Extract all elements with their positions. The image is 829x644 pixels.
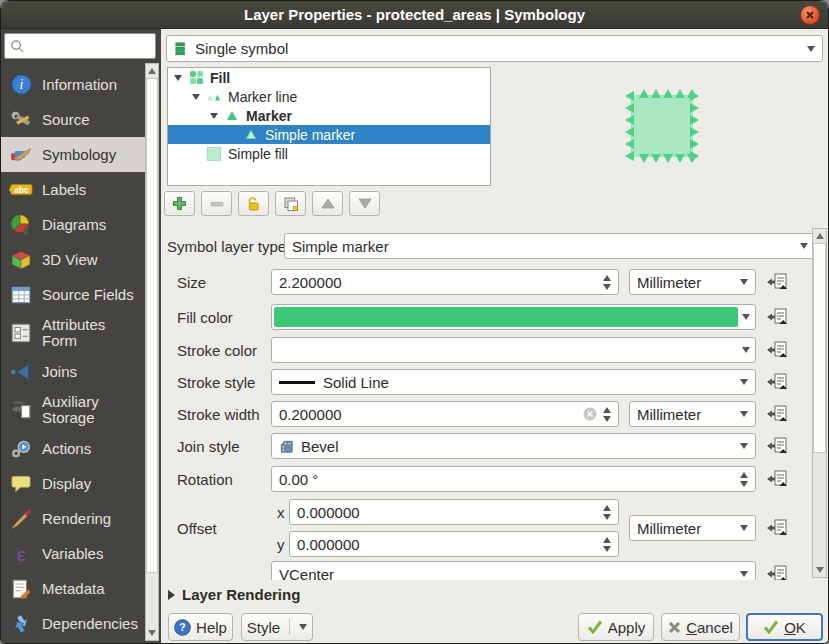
chevron-down-icon — [807, 46, 815, 52]
help-button[interactable]: ? Help — [168, 613, 233, 641]
sidebar-item-diagrams[interactable]: Diagrams — [1, 207, 146, 242]
anchor-override-button[interactable] — [763, 562, 791, 580]
renderer-type-combo[interactable]: Single symbol — [166, 35, 823, 62]
data-defined-override-icon — [765, 469, 789, 490]
stroke-style-combo[interactable]: Solid Line — [271, 369, 756, 395]
sidebar-item-auxiliary-storage[interactable]: Auxiliary Storage — [1, 389, 146, 431]
svg-text:ε: ε — [17, 543, 26, 564]
offset-x-spinbox[interactable]: 0.000000 — [289, 499, 619, 525]
offset-override-button[interactable] — [763, 516, 791, 540]
sidebar-item-source[interactable]: Source — [1, 102, 146, 137]
size-override-button[interactable] — [763, 270, 791, 294]
expander-icon[interactable] — [192, 94, 200, 100]
expander-icon[interactable] — [210, 113, 218, 119]
spin-down-icon[interactable] — [603, 416, 611, 422]
fill-color-button[interactable] — [271, 304, 756, 330]
offset-y-spinbox[interactable]: 0.000000 — [289, 531, 619, 557]
stroke-color-override-button[interactable] — [763, 338, 791, 362]
data-defined-override-icon — [765, 340, 789, 361]
spin-down-icon[interactable] — [603, 546, 611, 552]
svg-text:abc: abc — [14, 185, 29, 195]
sidebar-item-metadata[interactable]: Metadata — [1, 571, 146, 606]
cancel-button[interactable]: Cancel — [661, 613, 740, 641]
stroke-color-button[interactable] — [271, 337, 756, 363]
chevron-down-icon[interactable] — [742, 314, 750, 320]
sidebar-item-joins[interactable]: Joins — [1, 354, 146, 389]
sidebar-item-source-fields[interactable]: Source Fields — [1, 277, 146, 312]
style-menu-button[interactable]: Style — [241, 613, 313, 641]
duplicate-symbol-layer-button[interactable] — [275, 191, 306, 216]
offset-unit-combo[interactable]: Millimeter — [629, 515, 756, 541]
tree-row-simple-fill[interactable]: Simple fill — [168, 144, 490, 163]
join-style-combo[interactable]: Bevel — [271, 433, 756, 459]
tree-row-simple-marker[interactable]: Simple marker — [168, 125, 490, 144]
sidebar-item-actions[interactable]: Actions — [1, 431, 146, 466]
fill-color-swatch — [274, 307, 738, 327]
sidebar-item-labels[interactable]: abc Labels — [1, 172, 146, 207]
sidebar-item-dependencies[interactable]: Dependencies — [1, 606, 146, 641]
move-up-button[interactable] — [312, 191, 343, 216]
search-input[interactable] — [25, 38, 143, 54]
stroke-width-override-button[interactable] — [763, 402, 791, 426]
sidebar-item-label: Symbology — [42, 147, 116, 163]
spin-up-icon[interactable] — [603, 537, 611, 543]
scroll-down-icon[interactable] — [146, 626, 158, 640]
sidebar-item-information[interactable]: i Information — [1, 67, 146, 102]
rotation-override-button[interactable] — [763, 467, 791, 491]
settings-scrollbar[interactable] — [812, 228, 827, 578]
anchor-point-combo[interactable]: VCenter — [271, 561, 756, 580]
spin-up-icon[interactable] — [740, 472, 748, 478]
chevron-down-icon[interactable] — [742, 347, 750, 353]
spin-up-icon[interactable] — [603, 407, 611, 413]
sidebar-item-symbology[interactable]: Symbology — [1, 137, 146, 172]
tree-row-marker-line[interactable]: Marker line — [168, 87, 490, 106]
symbol-layer-tree[interactable]: Fill Marker line Marker Simple marker Si… — [167, 67, 491, 186]
spin-down-icon[interactable] — [603, 514, 611, 520]
move-down-button[interactable] — [349, 191, 380, 216]
join-style-override-button[interactable] — [763, 434, 791, 458]
stroke-width-unit-combo[interactable]: Millimeter — [629, 401, 756, 427]
sidebar-search[interactable] — [4, 33, 156, 59]
stroke-style-override-button[interactable] — [763, 370, 791, 394]
spin-down-icon[interactable] — [603, 284, 611, 290]
apply-button[interactable]: Apply — [578, 613, 654, 641]
scroll-up-icon[interactable] — [813, 229, 826, 243]
size-unit-combo[interactable]: Millimeter — [629, 269, 756, 295]
sidebar-item-rendering[interactable]: Rendering — [1, 501, 146, 536]
tree-row-fill[interactable]: Fill — [168, 68, 490, 87]
add-symbol-layer-button[interactable] — [164, 191, 195, 216]
title-bar[interactable]: Layer Properties - protected_areas | Sym… — [1, 1, 828, 29]
size-spinbox[interactable]: 2.200000 — [271, 269, 619, 295]
spin-up-icon[interactable] — [603, 275, 611, 281]
scroll-down-icon[interactable] — [813, 563, 826, 577]
scroll-up-icon[interactable] — [146, 64, 158, 78]
clear-value-icon[interactable] — [583, 407, 597, 421]
solid-line-icon — [279, 381, 315, 384]
symbol-layer-type-combo[interactable]: Simple marker — [284, 233, 816, 259]
ok-button[interactable]: OK — [746, 613, 823, 641]
spin-down-icon[interactable] — [740, 481, 748, 487]
size-unit-value: Millimeter — [637, 274, 701, 291]
remove-symbol-layer-button[interactable] — [201, 191, 232, 216]
fill-color-override-button[interactable] — [763, 305, 791, 329]
sidebar-item-display[interactable]: Display — [1, 466, 146, 501]
tree-row-marker[interactable]: Marker — [168, 106, 490, 125]
sidebar-item-attributes-form[interactable]: Attributes Form — [1, 312, 146, 354]
sidebar-item-3d-view[interactable]: 3D View — [1, 242, 146, 277]
sidebar-scrollbar[interactable] — [145, 63, 159, 641]
close-button[interactable] — [800, 5, 820, 25]
sidebar-item-variables[interactable]: ε Variables — [1, 536, 146, 571]
sidebar-nav: i Information Source Symbology abc Label… — [1, 67, 146, 641]
help-icon: ? — [174, 619, 191, 636]
rotation-label: Rotation — [177, 466, 233, 492]
apply-label: Apply — [608, 619, 646, 636]
spin-up-icon[interactable] — [603, 505, 611, 511]
rotation-spinbox[interactable]: 0.00 ° — [271, 466, 756, 492]
lock-color-button[interactable] — [238, 191, 269, 216]
layer-rendering-group[interactable]: Layer Rendering — [168, 586, 300, 603]
scrollbar-thumb[interactable] — [813, 243, 826, 453]
scrollbar-thumb[interactable] — [146, 78, 158, 573]
stroke-width-spinbox[interactable]: 0.200000 — [271, 401, 619, 427]
expand-right-icon[interactable] — [168, 590, 175, 600]
expander-icon[interactable] — [174, 75, 182, 81]
